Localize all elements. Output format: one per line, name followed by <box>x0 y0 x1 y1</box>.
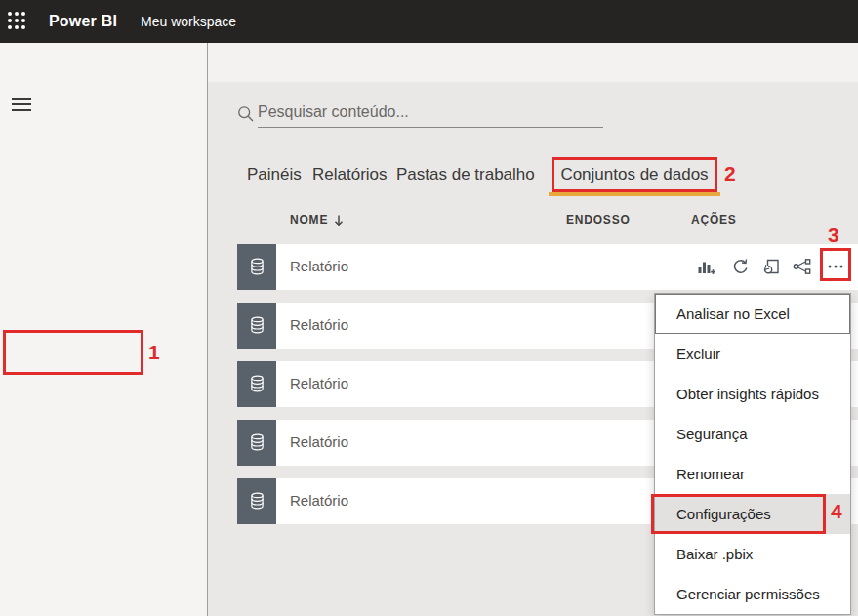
column-header-nome[interactable]: NOME <box>290 213 345 226</box>
dataset-name[interactable]: Relatório <box>290 258 348 274</box>
refresh-icon[interactable] <box>731 257 751 276</box>
column-header-label: NOME <box>290 213 328 226</box>
menu-item-seguranca[interactable]: Segurança <box>655 414 850 454</box>
app-launcher-icon[interactable] <box>8 12 27 31</box>
top-app-bar: Power BI Meu workspace <box>0 0 858 43</box>
menu-item-obter-insights-rapidos[interactable]: Obter insights rápidos <box>655 374 850 414</box>
tab-pastas-de-trabalho[interactable]: Pastas de trabalho <box>396 165 535 185</box>
column-header-label: ENDOSSO <box>566 213 631 226</box>
dataset-icon <box>237 420 276 466</box>
menu-item-configuracoes[interactable]: Configurações <box>655 494 850 534</box>
table-row[interactable]: Relatório <box>237 244 858 290</box>
dataset-name[interactable]: Relatório <box>290 375 348 391</box>
topbar-workspace-name[interactable]: Meu workspace <box>141 14 236 29</box>
brand-logo[interactable]: Power BI <box>49 13 117 30</box>
search-input[interactable]: Pesquisar conteúdo... <box>258 103 409 121</box>
annotation-step-3: 3 <box>828 224 839 247</box>
annotation-step-2: 2 <box>724 162 736 185</box>
refresh-schedule-icon[interactable] <box>762 257 782 276</box>
sort-arrow-down-icon <box>333 214 345 226</box>
tab-paineis[interactable]: Painéis <box>247 165 302 185</box>
dataset-name[interactable]: Relatório <box>290 433 348 450</box>
menu-item-excluir[interactable]: Excluir <box>655 334 850 374</box>
search-underline <box>258 127 603 128</box>
hamburger-menu-icon[interactable] <box>12 98 31 113</box>
tab-conjuntos-de-dados[interactable]: Conjuntos de dados <box>560 165 708 185</box>
dataset-context-menu: Analisar no Excel Excluir Obter insights… <box>654 293 851 615</box>
search-icon <box>237 105 254 122</box>
dataset-name[interactable]: Relatório <box>290 316 348 333</box>
menu-item-analisar-no-excel[interactable]: Analisar no Excel <box>655 294 850 334</box>
column-header-endosso[interactable]: ENDOSSO <box>566 213 631 226</box>
annotation-step-1: 1 <box>148 341 160 364</box>
create-report-icon[interactable] <box>696 257 715 276</box>
column-header-acoes: AÇÕES <box>691 213 737 226</box>
dataset-icon <box>237 303 276 349</box>
tab-relatorios[interactable]: Relatórios <box>312 165 388 185</box>
menu-item-baixar-pbix[interactable]: Baixar .pbix <box>655 534 850 574</box>
more-options-icon[interactable] <box>826 257 845 276</box>
dataset-name[interactable]: Relatório <box>290 492 348 509</box>
dataset-icon <box>237 361 276 407</box>
annotation-box-step2: Conjuntos de dados <box>552 157 717 192</box>
powerbi-app-window: Power BI Meu workspace Página Inicial Fa… <box>0 0 858 616</box>
share-icon[interactable] <box>792 257 811 276</box>
dataset-icon <box>237 244 276 290</box>
menu-item-gerenciar-permissoes[interactable]: Gerenciar permissões <box>655 574 850 614</box>
active-tab-underline <box>549 192 720 196</box>
column-header-label: AÇÕES <box>691 213 737 226</box>
content-top-band <box>208 43 858 82</box>
annotation-step-4: 4 <box>831 500 842 523</box>
dataset-icon <box>237 478 276 524</box>
navigation-sidebar <box>0 43 208 616</box>
menu-item-renomear[interactable]: Renomear <box>655 454 850 494</box>
